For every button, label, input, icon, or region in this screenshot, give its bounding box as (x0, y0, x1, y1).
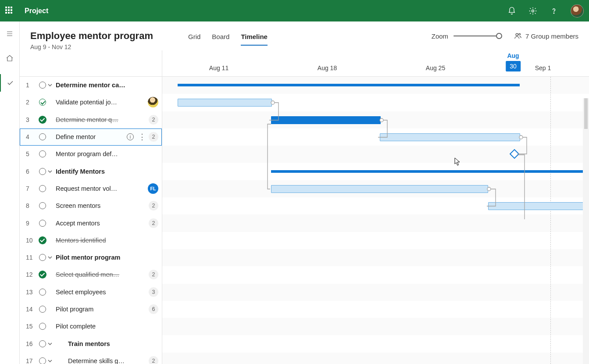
bar-task-7[interactable] (271, 185, 488, 193)
task-status-icon[interactable] (37, 236, 48, 244)
task-status-icon[interactable] (37, 202, 48, 209)
task-list[interactable]: 1Determine mentor ca…2Validate potential… (20, 77, 162, 364)
task-status-icon[interactable] (37, 82, 48, 89)
task-row-2[interactable]: 2Validate potential jo… (20, 94, 162, 111)
tab-grid[interactable]: Grid (188, 33, 200, 46)
task-row-13[interactable]: 13Select employees3 (20, 284, 162, 301)
task-row-6[interactable]: 6Identify Mentors (20, 163, 162, 180)
app-launcher-icon[interactable] (5, 7, 14, 15)
task-status-icon[interactable] (37, 133, 48, 140)
bar-summary-1[interactable] (178, 84, 520, 86)
task-status-icon[interactable] (37, 220, 48, 227)
task-row-10[interactable]: 10Mentors identified (20, 232, 162, 249)
task-status-icon[interactable] (37, 306, 48, 313)
chevron-down-icon[interactable] (48, 254, 54, 261)
task-extra: 2 (149, 218, 158, 228)
vertical-scrollbar-thumb[interactable] (583, 98, 589, 364)
svg-point-3 (519, 33, 521, 35)
tab-timeline[interactable]: Timeline (241, 33, 268, 46)
today-day[interactable]: 30 (506, 61, 521, 71)
chevron-down-icon[interactable] (48, 340, 54, 347)
hamburger-icon[interactable] (0, 25, 20, 43)
gantt-row[interactable] (162, 266, 589, 283)
task-name: Screen mentors (48, 202, 149, 209)
task-extra (148, 97, 158, 107)
task-extra: 2 (149, 115, 158, 125)
task-status-icon[interactable] (37, 323, 48, 330)
home-icon[interactable] (0, 50, 20, 67)
user-avatar[interactable] (571, 4, 584, 18)
task-status-icon[interactable] (37, 99, 48, 106)
tasks-icon[interactable] (0, 74, 20, 92)
task-status-icon[interactable] (37, 150, 48, 157)
task-row-12[interactable]: 12Select qualified men…2 (20, 266, 162, 283)
chevron-down-icon[interactable] (48, 168, 54, 175)
task-name: Identify Mentors (54, 168, 158, 175)
task-row-17[interactable]: 17Determine skills g…2 (20, 353, 162, 364)
bar-summary-6[interactable] (271, 170, 583, 173)
bar-task-4[interactable] (380, 133, 520, 141)
task-status-icon[interactable] (37, 340, 48, 347)
task-status-icon[interactable] (37, 357, 48, 364)
gantt-chart[interactable] (162, 77, 589, 364)
count-badge: 2 (149, 132, 158, 142)
task-number: 13 (26, 289, 37, 296)
week-divider (550, 77, 551, 364)
gantt-row[interactable] (162, 353, 589, 364)
task-row-14[interactable]: 14Pilot program6 (20, 301, 162, 318)
svg-point-0 (532, 10, 534, 12)
task-row-15[interactable]: 15Pilot complete (20, 318, 162, 335)
task-number: 12 (26, 271, 37, 278)
gantt-row[interactable] (162, 249, 589, 266)
chevron-down-icon[interactable] (48, 357, 54, 364)
gantt-row[interactable] (162, 146, 589, 163)
date-aug-18: Aug 18 (318, 64, 337, 71)
svg-point-1 (553, 13, 554, 13)
gantt-row[interactable] (162, 232, 589, 249)
chevron-down-icon[interactable] (48, 82, 54, 89)
help-icon[interactable] (550, 7, 558, 15)
count-badge: 6 (149, 304, 158, 314)
zoom-slider[interactable] (453, 32, 502, 39)
gantt-row[interactable] (162, 335, 589, 352)
gantt-row[interactable] (162, 301, 589, 318)
gantt-row[interactable] (162, 318, 589, 335)
task-status-icon[interactable] (37, 168, 48, 175)
bar-task-3[interactable] (271, 116, 381, 124)
more-icon[interactable]: ⋮ (138, 133, 146, 141)
task-status-icon[interactable] (37, 271, 48, 278)
gantt-row[interactable] (162, 214, 589, 232)
task-row-1[interactable]: 1Determine mentor ca… (20, 77, 162, 94)
task-status-icon[interactable] (37, 185, 48, 192)
task-status-icon[interactable] (37, 289, 48, 296)
task-number: 11 (26, 254, 37, 261)
task-row-9[interactable]: 9Accept mentors2 (20, 214, 162, 232)
task-status-icon[interactable] (37, 254, 48, 261)
bar-task-2[interactable] (178, 99, 272, 107)
task-row-16[interactable]: 16Train mentors (20, 335, 162, 352)
task-row-3[interactable]: 3Determine mentor q…2 (20, 111, 162, 128)
task-row-11[interactable]: 11Pilot mentor program (20, 249, 162, 266)
topbar: Project (0, 0, 589, 21)
notifications-icon[interactable] (507, 7, 516, 15)
assignee-avatar[interactable] (148, 97, 158, 107)
task-number: 6 (26, 168, 37, 175)
assignee-avatar[interactable]: FL (148, 183, 158, 194)
task-row-4[interactable]: 4Define mentori⋮2 (20, 128, 162, 146)
task-extra: 3 (149, 287, 158, 297)
settings-icon[interactable] (528, 7, 537, 15)
bar-task-8[interactable] (488, 202, 589, 210)
info-icon[interactable]: i (127, 133, 134, 140)
task-row-7[interactable]: 7Request mentor vol…FL (20, 180, 162, 197)
task-row-8[interactable]: 8Screen mentors2 (20, 197, 162, 214)
tab-board[interactable]: Board (212, 33, 229, 46)
zoom-thumb[interactable] (496, 33, 502, 39)
gantt-row[interactable] (162, 128, 589, 146)
task-number: 14 (26, 306, 37, 313)
task-name: Pilot program (48, 306, 149, 313)
group-members-button[interactable]: 7 Group members (514, 32, 578, 40)
task-status-icon[interactable] (37, 116, 48, 124)
app-name: Project (25, 7, 48, 15)
task-row-5[interactable]: 5Mentor program def… (20, 146, 162, 163)
gantt-row[interactable] (162, 284, 589, 301)
